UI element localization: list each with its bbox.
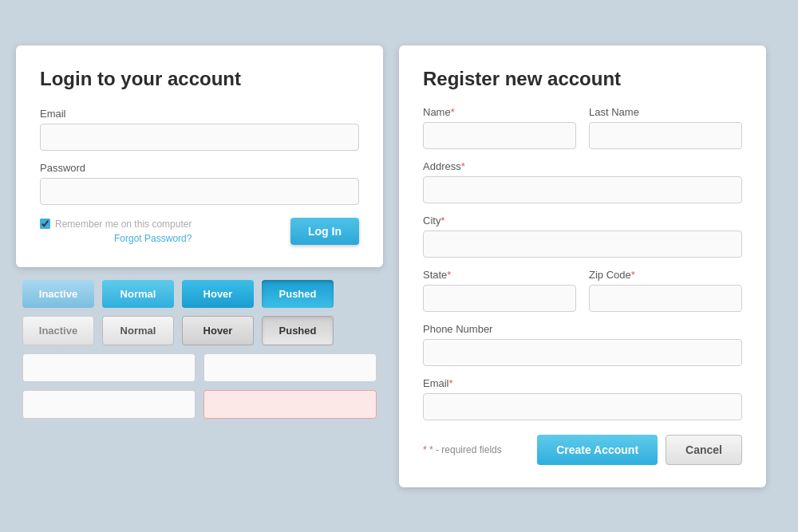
reg-email-label: Email* xyxy=(423,377,742,389)
btn-blue-normal[interactable]: Normal xyxy=(102,280,174,308)
lastname-col: Last Name xyxy=(589,106,742,149)
register-footer: * * - required fields Create Account Can… xyxy=(423,435,742,465)
btn-blue-pushed[interactable]: Pushed xyxy=(262,280,334,308)
address-group: Address* xyxy=(423,160,742,203)
register-actions: Create Account Cancel xyxy=(537,435,742,465)
showcase-input-3[interactable] xyxy=(22,390,196,419)
create-account-button[interactable]: Create Account xyxy=(537,435,658,465)
email-star: * xyxy=(449,377,453,389)
name-col: Name* xyxy=(423,106,576,149)
password-group: Password xyxy=(40,162,359,205)
city-star: * xyxy=(440,215,444,227)
email-label: Email xyxy=(40,108,359,120)
gray-button-row: Inactive Normal Hover Pushed xyxy=(22,316,377,345)
login-button[interactable]: Log In xyxy=(290,218,359,245)
blue-button-row: Inactive Normal Hover Pushed xyxy=(22,280,377,308)
state-label: State* xyxy=(423,269,576,281)
btn-gray-inactive[interactable]: Inactive xyxy=(22,316,94,345)
phone-input[interactable] xyxy=(423,339,742,366)
cancel-button[interactable]: Cancel xyxy=(666,435,742,465)
zip-input[interactable] xyxy=(589,285,742,312)
state-star: * xyxy=(447,269,451,281)
remember-checkbox[interactable] xyxy=(40,219,50,229)
email-group: Email xyxy=(40,108,359,151)
zip-col: Zip Code* xyxy=(589,269,742,312)
btn-gray-pushed[interactable]: Pushed xyxy=(262,316,334,345)
page-wrapper: Login to your account Email Password Rem… xyxy=(16,45,782,487)
btn-blue-inactive[interactable]: Inactive xyxy=(22,280,94,308)
city-group: City* xyxy=(423,215,742,258)
password-input[interactable] xyxy=(40,178,359,205)
address-input[interactable] xyxy=(423,176,742,203)
city-input[interactable] xyxy=(423,231,742,258)
email-input[interactable] xyxy=(40,124,359,151)
showcase-input-2[interactable] xyxy=(203,353,377,382)
register-card: Register new account Name* Last Name Add… xyxy=(399,45,766,487)
reg-email-group: Email* xyxy=(423,377,742,420)
zip-label: Zip Code* xyxy=(589,269,742,281)
showcase-input-error[interactable] xyxy=(203,390,377,419)
required-note: * * - required fields xyxy=(423,444,502,455)
register-title: Register new account xyxy=(423,68,742,90)
name-lastname-row: Name* Last Name xyxy=(423,106,742,149)
login-card: Login to your account Email Password Rem… xyxy=(16,45,383,267)
left-panel: Login to your account Email Password Rem… xyxy=(16,45,383,427)
btn-blue-hover[interactable]: Hover xyxy=(182,280,254,308)
state-input[interactable] xyxy=(423,285,576,312)
login-title: Login to your account xyxy=(40,68,359,90)
name-star: * xyxy=(451,106,455,118)
btn-gray-hover[interactable]: Hover xyxy=(182,316,254,345)
zip-star: * xyxy=(631,269,635,281)
remember-label: Remember me on this computer xyxy=(55,219,192,230)
lastname-label: Last Name xyxy=(589,106,742,118)
reg-email-input[interactable] xyxy=(423,393,742,420)
address-label: Address* xyxy=(423,160,742,172)
state-zip-row: State* Zip Code* xyxy=(423,269,742,312)
lastname-input[interactable] xyxy=(589,122,742,149)
btn-gray-normal[interactable]: Normal xyxy=(102,316,174,345)
showcase-input-1[interactable] xyxy=(22,353,196,382)
login-footer: Remember me on this computer Forgot Pass… xyxy=(40,218,359,245)
forgot-password-link[interactable]: Forgot Password? xyxy=(114,233,192,244)
name-input[interactable] xyxy=(423,122,576,149)
remember-me-group: Remember me on this computer xyxy=(40,219,192,230)
password-label: Password xyxy=(40,162,359,174)
city-label: City* xyxy=(423,215,742,227)
normal-input-row xyxy=(22,353,377,382)
phone-group: Phone Number xyxy=(423,323,742,366)
login-footer-left: Remember me on this computer Forgot Pass… xyxy=(40,219,192,244)
name-label: Name* xyxy=(423,106,576,118)
button-showcase: Inactive Normal Hover Pushed Inactive No… xyxy=(16,280,383,427)
error-input-row xyxy=(22,390,377,419)
phone-label: Phone Number xyxy=(423,323,742,335)
state-col: State* xyxy=(423,269,576,312)
address-star: * xyxy=(461,160,465,172)
